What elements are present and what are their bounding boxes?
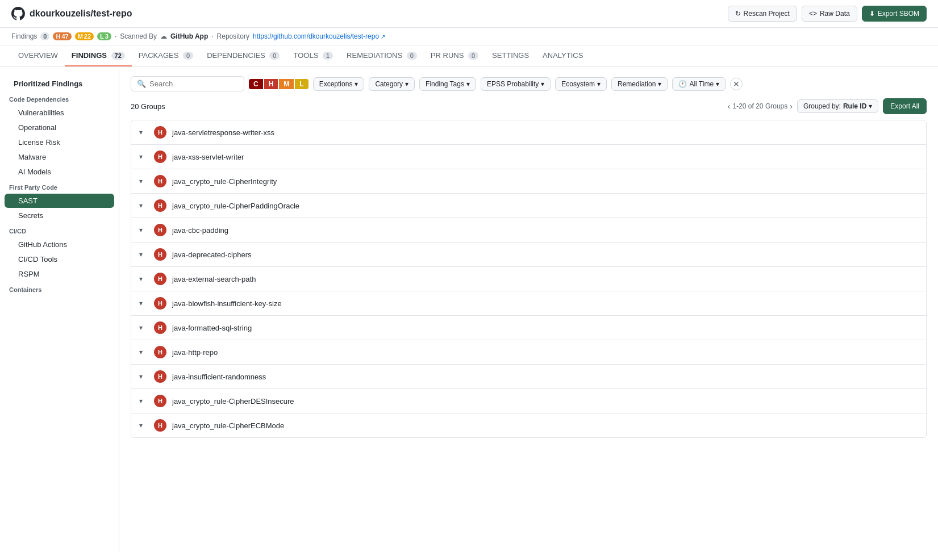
filter-epss[interactable]: EPSS Probability ▾	[481, 77, 551, 91]
next-page-button[interactable]: ›	[790, 102, 793, 111]
tab-findings[interactable]: FINDINGS 72	[65, 45, 132, 66]
finding-row[interactable]: ▾ H java_crypto_rule-CipherDESInsecure	[131, 389, 926, 413]
results-actions: ‹ 1-20 of 20 Groups › Grouped by: Rule I…	[728, 98, 927, 114]
main-layout: Prioritized Findings Code Dependencies V…	[0, 67, 938, 553]
sidebar-item-secrets[interactable]: Secrets	[5, 208, 114, 223]
severity-badge: H	[154, 199, 166, 212]
repo-label: Repository	[217, 32, 249, 40]
finding-row[interactable]: ▾ H java-http-repo	[131, 340, 926, 365]
sidebar-section-code-deps: Code Dependencies	[0, 91, 119, 105]
search-input[interactable]	[149, 80, 235, 88]
filter-clear-button[interactable]: ✕	[730, 78, 743, 90]
chevron-icon: ▾	[139, 421, 148, 429]
sidebar-item-license-risk[interactable]: License Risk	[5, 135, 114, 149]
findings-count-badge: 0	[40, 32, 49, 40]
sidebar-item-operational[interactable]: Operational	[5, 120, 114, 135]
remediations-tab-count: 0	[407, 52, 417, 60]
finding-row[interactable]: ▾ H java-blowfish-insufficient-key-size	[131, 291, 926, 316]
tab-pr-runs[interactable]: PR RUNS 0	[424, 45, 485, 66]
finding-row[interactable]: ▾ H java-xss-servlet-writer	[131, 145, 926, 169]
chevron-icon: ▾	[139, 153, 148, 161]
rescan-icon: ↻	[735, 10, 741, 18]
tab-packages[interactable]: PACKAGES 0	[132, 45, 200, 66]
pr-runs-tab-count: 0	[468, 52, 478, 60]
severity-chip-m[interactable]: M	[279, 79, 294, 89]
severity-chip-c[interactable]: C	[249, 79, 263, 89]
sidebar-item-malware[interactable]: Malware	[5, 150, 114, 164]
sidebar-item-github-actions[interactable]: GitHub Actions	[5, 237, 114, 252]
finding-row[interactable]: ▾ H java_crypto_rule-CipherECBMode	[131, 413, 926, 437]
filter-exceptions[interactable]: Exceptions ▾	[313, 77, 365, 91]
filter-finding-tags[interactable]: Finding Tags ▾	[419, 77, 476, 91]
sidebar-item-vulnerabilities[interactable]: Vulnerabilities	[5, 106, 114, 120]
filter-all-time[interactable]: 🕐 All Time ▾	[672, 77, 726, 91]
severity-badge: H	[154, 321, 166, 334]
sidebar-item-ai-models[interactable]: AI Models	[5, 165, 114, 179]
chevron-down-icon-5: ▾	[597, 80, 601, 88]
severity-chips: C H M L	[249, 79, 309, 89]
sidebar-section-cicd: CI/CD	[0, 223, 119, 237]
chevron-icon: ▾	[139, 226, 148, 234]
separator-dot-2: ·	[211, 32, 213, 40]
sidebar-item-sast[interactable]: SAST	[5, 194, 114, 208]
repo-name-text: dkourkouzelis/test-repo	[30, 9, 132, 19]
findings-label: Findings	[11, 32, 37, 40]
filter-remediation[interactable]: Remediation ▾	[611, 77, 668, 91]
sidebar-item-cicd-tools[interactable]: CI/CD Tools	[5, 252, 114, 266]
tab-dependencies[interactable]: DEPENDENCIES 0	[200, 45, 286, 66]
tab-settings[interactable]: SETTINGS	[485, 45, 536, 66]
rescan-button[interactable]: ↻ Rescan Project	[728, 6, 797, 22]
raw-data-button[interactable]: <> Raw Data	[802, 6, 857, 22]
chevron-icon: ▾	[139, 250, 148, 258]
finding-row[interactable]: ▾ H java-formatted-sql-string	[131, 316, 926, 340]
grouped-by-value: Rule ID	[843, 102, 866, 110]
export-all-button[interactable]: Export All	[883, 98, 927, 114]
packages-tab-count: 0	[183, 52, 193, 60]
top-header: dkourkouzelis/test-repo ↻ Rescan Project…	[0, 0, 938, 28]
prev-page-button[interactable]: ‹	[728, 102, 731, 111]
chevron-icon: ▾	[139, 128, 148, 136]
severity-chip-h[interactable]: H	[264, 79, 278, 89]
sidebar-item-rspm[interactable]: RSPM	[5, 267, 114, 281]
severity-badge: H	[154, 370, 166, 383]
repo-url-link[interactable]: https://github.com/dkourkouzelis/test-re…	[253, 32, 385, 40]
severity-chip-l[interactable]: L	[295, 79, 308, 89]
search-icon: 🔍	[137, 80, 146, 88]
chevron-icon: ▾	[139, 324, 148, 332]
finding-row[interactable]: ▾ H java-insufficient-randomness	[131, 365, 926, 389]
export-sbom-button[interactable]: ⬇ Export SBOM	[862, 6, 927, 22]
chevron-down-icon-8: ▾	[869, 102, 872, 110]
severity-badge: H	[154, 248, 166, 261]
finding-name: java_crypto_rule-CipherECBMode	[172, 421, 284, 430]
chevron-down-icon: ▾	[355, 80, 358, 88]
finding-row[interactable]: ▾ H java-servletresponse-writer-xss	[131, 120, 926, 145]
finding-row[interactable]: ▾ H java_crypto_rule-CipherIntegrity	[131, 169, 926, 194]
finding-name: java_crypto_rule-CipherPaddingOracle	[172, 202, 299, 210]
tab-overview[interactable]: OVERVIEW	[11, 45, 65, 66]
severity-badge: H	[154, 151, 166, 163]
severity-badge: H	[154, 346, 166, 358]
findings-tab-count: 72	[111, 52, 125, 60]
filter-bar: 🔍 C H M L Exceptions ▾ Category ▾ Findin…	[131, 76, 927, 91]
severity-badge: H	[154, 273, 166, 285]
sidebar-section-containers: Containers	[0, 282, 119, 295]
tab-analytics[interactable]: ANALYTICS	[536, 45, 590, 66]
grouped-by-dropdown[interactable]: Grouped by: Rule ID ▾	[797, 99, 878, 113]
severity-badge: H	[154, 175, 166, 187]
sidebar-item-prioritized-findings[interactable]: Prioritized Findings	[5, 77, 114, 91]
finding-row[interactable]: ▾ H java_crypto_rule-CipherPaddingOracle	[131, 194, 926, 218]
scanned-by-label: Scanned By	[120, 32, 157, 40]
finding-row[interactable]: ▾ H java-deprecated-ciphers	[131, 243, 926, 267]
finding-row[interactable]: ▾ H java-external-search-path	[131, 267, 926, 291]
chevron-down-icon-4: ▾	[541, 80, 544, 88]
filter-category[interactable]: Category ▾	[369, 77, 415, 91]
tab-remediations[interactable]: REMEDIATIONS 0	[340, 45, 424, 66]
pagination: ‹ 1-20 of 20 Groups ›	[728, 102, 793, 111]
finding-name: java-blowfish-insufficient-key-size	[172, 299, 282, 308]
tab-tools[interactable]: TOOLS 1	[286, 45, 340, 66]
finding-name: java-deprecated-ciphers	[172, 250, 251, 259]
filter-ecosystem[interactable]: Ecosystem ▾	[555, 77, 607, 91]
chevron-icon: ▾	[139, 299, 148, 307]
finding-name: java-formatted-sql-string	[172, 324, 252, 332]
finding-row[interactable]: ▾ H java-cbc-padding	[131, 218, 926, 243]
